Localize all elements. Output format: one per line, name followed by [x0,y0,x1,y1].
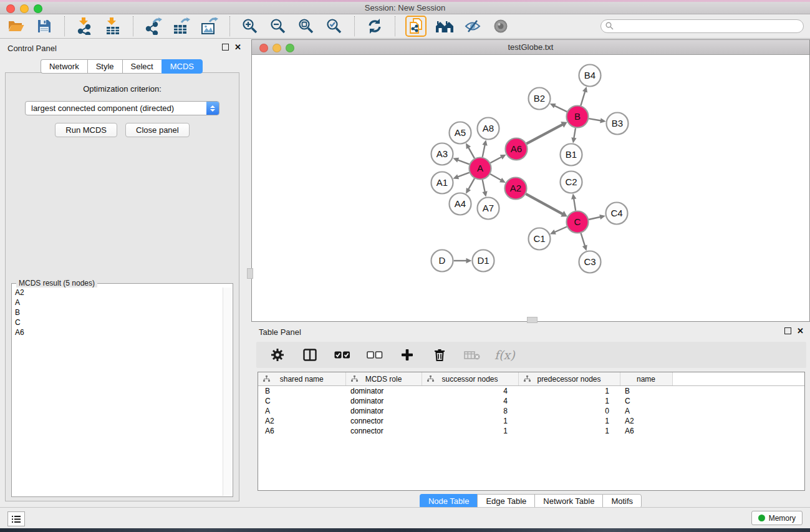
float-table-panel-icon[interactable] [784,327,791,334]
close-panel-icon[interactable]: ✕ [234,44,241,51]
select-all-columns-button[interactable] [332,345,352,365]
splitpane-grip-vertical[interactable] [247,268,253,279]
table-row[interactable]: A2connector11A2 [258,416,804,426]
table-settings-button[interactable] [268,345,287,365]
graph-edge-A6-B[interactable] [526,124,562,143]
graph-edge-A2-C[interactable] [526,194,562,214]
create-column-button[interactable] [397,345,417,365]
graph-edge-A-A6[interactable] [490,157,501,163]
zoom-selected-button[interactable] [324,16,344,36]
graph-edge-A-A3[interactable] [458,160,470,164]
table-cell[interactable]: 4 [422,386,518,397]
mcds-result-item[interactable]: B [15,307,223,317]
table-cell[interactable]: 1 [518,386,620,397]
table-cell[interactable] [672,386,804,397]
zoom-fit-button[interactable] [296,16,316,36]
table-cell[interactable]: dominator [345,396,422,406]
table-cell[interactable]: 1 [518,416,620,426]
search-input[interactable] [600,19,804,33]
memory-button[interactable]: Memory [751,511,803,525]
copy-network-style-button[interactable] [405,16,427,37]
graph-edge-B-B1[interactable] [574,128,576,138]
tab-network[interactable]: Network [41,59,87,74]
hide-panel-button[interactable] [463,16,483,36]
import-network-button[interactable] [75,16,95,36]
graph-edge-A-A7[interactable] [483,180,485,192]
float-panel-icon[interactable] [222,44,229,51]
table-cell[interactable]: 1 [422,426,518,436]
table-cell[interactable]: A6 [620,426,672,436]
table-cell[interactable]: 1 [518,426,620,436]
mcds-result-item[interactable]: A6 [15,327,223,337]
mcds-result-item[interactable]: C [15,317,223,327]
refresh-button[interactable] [365,16,385,36]
table-cell[interactable]: 4 [422,396,518,406]
open-file-button[interactable] [6,16,26,36]
table-cell[interactable]: A6 [258,426,345,436]
network-canvas[interactable]: B4B2BB3B1A5A8A6A3AA1C2A2A4A7C4CC1C3DD1 [252,55,809,321]
graph-edge-A-A1[interactable] [458,173,470,177]
table-cell[interactable]: 0 [518,406,620,416]
import-table-button[interactable] [103,16,123,36]
table-cell[interactable] [672,426,804,436]
table-row[interactable]: Cdominator41C [258,396,804,406]
zoom-in-button[interactable] [240,16,260,36]
close-table-panel-icon[interactable]: ✕ [797,327,804,334]
delete-column-button[interactable] [430,345,450,365]
home-network-button[interactable] [435,16,455,36]
tab-network-table[interactable]: Network Table [534,494,602,508]
table-cell[interactable]: dominator [345,386,422,397]
table-cell[interactable]: A2 [258,416,345,426]
column-header-predecessor-nodes[interactable]: predecessor nodes [518,372,620,386]
zoom-out-button[interactable] [268,16,288,36]
graph-edge-C-C3[interactable] [581,233,586,246]
table-cell[interactable] [672,406,804,416]
tab-select[interactable]: Select [122,59,162,74]
graph-edge-A-A2[interactable] [490,174,501,180]
tab-motifs[interactable]: Motifs [602,494,642,508]
save-session-button[interactable] [34,16,54,36]
column-header-shared-name[interactable]: shared name [258,372,345,386]
function-builder-button-disabled[interactable]: f(x) [494,348,515,362]
table-cell[interactable] [672,416,804,426]
graph-edge-A-A5[interactable] [468,147,475,158]
table-cell[interactable]: A [258,406,345,416]
table-cell[interactable]: connector [345,426,422,436]
graph-edge-C-C2[interactable] [574,198,576,211]
graph-edge-B-B4[interactable] [581,91,585,105]
close-panel-button[interactable]: Close panel [125,123,190,137]
table-cell[interactable]: C [258,396,345,406]
deselect-all-columns-button[interactable] [365,345,385,365]
column-header-mcds-role[interactable]: MCDS role [345,372,422,386]
tab-style[interactable]: Style [87,59,122,74]
tab-node-table[interactable]: Node Table [420,494,478,508]
mcds-result-item[interactable]: A [15,297,223,307]
table-cell[interactable]: 1 [422,416,518,426]
graph-edge-C-C4[interactable] [589,217,600,220]
graph-edge-B-B2[interactable] [554,105,567,112]
table-row[interactable]: Bdominator41B [258,386,804,397]
mcds-result-item[interactable]: A2 [15,288,223,297]
graph-edge-A-A8[interactable] [483,145,485,157]
criterion-dropdown[interactable]: largest connected component (directed) [25,101,219,115]
show-columns-button[interactable] [300,345,320,365]
table-cell[interactable]: B [258,386,345,397]
table-cell[interactable]: C [620,396,672,406]
table-cell[interactable]: B [620,386,672,397]
mcds-result-scrollbar[interactable] [223,288,232,496]
table-cell[interactable]: 1 [518,396,620,406]
graph-edge-A-A4[interactable] [468,178,475,190]
tab-edge-table[interactable]: Edge Table [477,494,534,508]
column-header-name[interactable]: name [620,372,672,386]
table-cell[interactable]: A2 [620,416,672,426]
graph-edge-B-B3[interactable] [589,118,601,120]
graph-edge-C-C1[interactable] [554,226,567,232]
splitpane-grip-horizontal[interactable] [527,317,538,323]
table-row[interactable]: A6connector11A6 [258,426,804,436]
tab-mcds[interactable]: MCDS [162,59,203,74]
run-mcds-button[interactable]: Run MCDS [55,123,117,137]
delete-table-button-disabled[interactable] [462,345,482,365]
table-row[interactable]: Adominator80A [258,406,804,416]
show-panel-button[interactable] [491,16,511,36]
table-cell[interactable]: 8 [422,406,518,416]
